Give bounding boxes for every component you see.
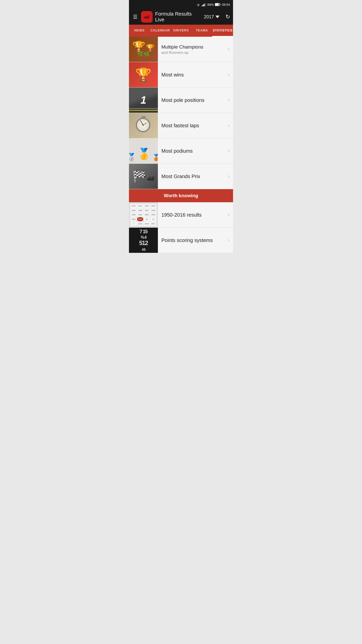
app-header: ☰ 🏎 Formula Results Live 2017 ↻ bbox=[129, 9, 233, 25]
section-header-text: Worth knowing bbox=[164, 193, 198, 198]
list-item-pole[interactable]: 1 Most pole positions › bbox=[129, 88, 233, 113]
arrow-results: › bbox=[228, 212, 233, 218]
arrow-laps: › bbox=[228, 122, 233, 129]
svg-rect-0 bbox=[202, 5, 203, 6]
status-icons: 88% 09:54 bbox=[196, 3, 230, 7]
svg-rect-6 bbox=[220, 4, 220, 5]
numbers-display: 7 15 % 4 512 4 5 bbox=[129, 228, 158, 253]
thumb-podiums: 🥈 🥇 🥉 bbox=[129, 138, 158, 164]
thumb-prix: 🏁 🏎 bbox=[129, 164, 158, 189]
battery-icon bbox=[215, 3, 220, 6]
app-logo: 🏎 bbox=[141, 11, 153, 23]
list-item-podiums[interactable]: 🥈 🥇 🥉 Most podiums › bbox=[129, 138, 233, 164]
thumb-results: 1970 1971 1978 1979 1985 1986 1987 1996 … bbox=[129, 202, 158, 227]
tab-teams[interactable]: TEAMS bbox=[191, 25, 212, 37]
list-item-wins[interactable]: 🏆 Most wins › bbox=[129, 62, 233, 88]
wifi-icon bbox=[196, 3, 201, 6]
refresh-button[interactable]: ↻ bbox=[225, 14, 230, 20]
year-dropdown-icon bbox=[215, 16, 219, 18]
arrow-points: › bbox=[228, 237, 233, 244]
tab-drivers[interactable]: DRIVERS bbox=[171, 25, 192, 37]
thumb-points: 7 15 % 4 512 4 5 bbox=[129, 228, 158, 253]
list-item-laps[interactable]: Most fastest laps › bbox=[129, 113, 233, 138]
item-label-champions: Multiple Champions bbox=[161, 44, 224, 50]
thumb-laps bbox=[129, 113, 158, 138]
item-label-podiums: Most podiums bbox=[158, 148, 228, 154]
item-label-results: 1950-2016 results bbox=[158, 212, 228, 218]
statistics-list: 🏆 🏆 🌿🌿 Multiple Champions and Runners-up… bbox=[129, 37, 233, 253]
menu-button[interactable]: ☰ bbox=[132, 13, 139, 21]
item-label-laps: Most fastest laps bbox=[158, 123, 228, 129]
item-sublabel-champions: and Runners-up bbox=[161, 50, 224, 55]
svg-rect-1 bbox=[203, 5, 204, 6]
app-title: Formula Results Live bbox=[155, 11, 201, 23]
item-label-pole: Most pole positions bbox=[158, 97, 228, 103]
arrow-pole: › bbox=[228, 97, 233, 103]
list-item-results[interactable]: 1970 1971 1978 1979 1985 1986 1987 1996 … bbox=[129, 202, 233, 228]
arrow-champions: › bbox=[228, 46, 233, 53]
signal-icon bbox=[202, 3, 206, 6]
item-label-points: Points scoring systems bbox=[158, 237, 228, 243]
nav-tabs: NEWS CALENDAR DRIVERS TEAMS STATISTICS bbox=[129, 25, 233, 37]
item-label-wins: Most wins bbox=[158, 72, 228, 78]
svg-rect-5 bbox=[215, 4, 219, 6]
tab-calendar[interactable]: CALENDAR bbox=[150, 25, 171, 37]
svg-rect-3 bbox=[205, 3, 206, 6]
arrow-prix: › bbox=[228, 173, 233, 180]
year-selector[interactable]: 2017 bbox=[204, 14, 219, 20]
arrow-podiums: › bbox=[228, 148, 233, 154]
thumb-pole: 1 bbox=[129, 88, 158, 113]
arrow-wins: › bbox=[228, 71, 233, 78]
list-item-points[interactable]: 7 15 % 4 512 4 5 Points scoring systems … bbox=[129, 228, 233, 253]
tab-news[interactable]: NEWS bbox=[129, 25, 150, 37]
thumb-wins: 🏆 bbox=[129, 62, 158, 87]
item-label-prix: Most Grands Prix bbox=[158, 174, 228, 179]
list-item-prix[interactable]: 🏁 🏎 Most Grands Prix › bbox=[129, 164, 233, 189]
tab-statistics[interactable]: STATISTICS bbox=[212, 25, 233, 37]
list-item-champions[interactable]: 🏆 🏆 🌿🌿 Multiple Champions and Runners-up… bbox=[129, 37, 233, 62]
thumb-champions: 🏆 🏆 🌿🌿 bbox=[129, 37, 158, 62]
time-text: 09:54 bbox=[222, 3, 230, 7]
status-bar: 88% 09:54 bbox=[129, 0, 233, 9]
section-header-worth-knowing: Worth knowing bbox=[129, 189, 233, 202]
svg-rect-2 bbox=[204, 4, 205, 6]
battery-text: 88% bbox=[207, 3, 214, 7]
